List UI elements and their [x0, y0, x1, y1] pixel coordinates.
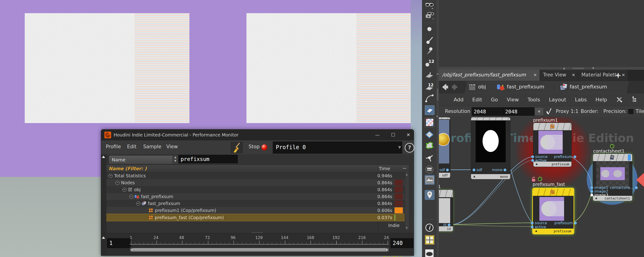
- port-dot[interactable]: [590, 190, 593, 193]
- pm-left-edge-strip[interactable]: [101, 154, 106, 233]
- port-dot[interactable]: [446, 168, 449, 171]
- close-button[interactable]: ✕: [404, 132, 412, 138]
- range-handle-left[interactable]: [130, 248, 133, 252]
- node-title-prefixsum1[interactable]: prefixsum1: [533, 118, 558, 122]
- port-dot[interactable]: [574, 156, 576, 158]
- frame-ruler[interactable]: 1 24 48 72 96 120 144 168 192 216 240: [130, 235, 389, 246]
- locate-pin-tool-active[interactable]: [425, 190, 434, 200]
- info-icon[interactable]: i: [425, 223, 434, 232]
- minimize-button[interactable]: —: [374, 132, 381, 138]
- pm-title-bar[interactable]: Houdini Indie Limited-Commercial - Perfo…: [101, 130, 414, 140]
- particle-tool-icon[interactable]: [425, 153, 434, 162]
- layout-grid-active[interactable]: [425, 235, 434, 245]
- point-tool-icon[interactable]: [425, 25, 434, 34]
- checker-background-icon[interactable]: [425, 118, 434, 127]
- table-row[interactable]: − obj 0.864s: [106, 186, 405, 193]
- menu-view[interactable]: View: [507, 97, 519, 102]
- port-dot[interactable]: [574, 222, 577, 224]
- pin-tool-icon[interactable]: [425, 46, 434, 56]
- table-row-selected[interactable]: prefixsum_fast (Cop/prefixsum) 0.037s: [106, 214, 405, 221]
- record-indicator[interactable]: [262, 144, 267, 150]
- node-title-contactsheet1[interactable]: contactsheet1: [593, 148, 624, 154]
- network-editor[interactable]: Profile 0: Time Indie Edition sdf sdf ▲ …: [439, 117, 644, 257]
- port-dot[interactable]: [590, 194, 593, 196]
- playbar-edge-strip[interactable]: [101, 233, 106, 256]
- forward-arrow-icon[interactable]: [450, 83, 459, 92]
- visibility-icon[interactable]: [425, 249, 434, 257]
- node-title-prefixsum-fast[interactable]: prefixsum_fast: [533, 182, 565, 187]
- point-count-icon[interactable]: 12: [425, 58, 434, 68]
- menu-add[interactable]: Add: [454, 97, 464, 102]
- diamond-plane-icon[interactable]: [425, 130, 434, 139]
- table-row[interactable]: − fast_prefixsum 0.864s: [106, 193, 405, 200]
- port-sdf-out[interactable]: sdf: [439, 168, 449, 172]
- distort-tool-icon[interactable]: [425, 141, 434, 150]
- menu-edit[interactable]: Edit: [472, 97, 482, 102]
- empty-pane[interactable]: [439, 0, 644, 67]
- curve-handle-icon[interactable]: [425, 94, 434, 103]
- port-dot[interactable]: [472, 168, 476, 171]
- menu-layout[interactable]: Layout: [549, 97, 566, 102]
- plane-count-icon[interactable]: 12: [425, 82, 434, 91]
- maximize-button[interactable]: ☐: [389, 132, 397, 138]
- add-tab-button[interactable]: +: [615, 71, 622, 80]
- tab-network-path[interactable]: /obj/fast_prefixsum/fast_prefixsum ✕: [439, 70, 540, 81]
- menu-sample[interactable]: Sample: [143, 144, 162, 150]
- tab-tree-view[interactable]: Tree View ✕: [540, 70, 578, 81]
- collapse-toggle[interactable]: −: [122, 188, 126, 192]
- proxy-label[interactable]: Proxy 1:1: [556, 108, 578, 114]
- port-dot[interactable]: [504, 168, 506, 171]
- render-view-icon[interactable]: [425, 11, 434, 20]
- menu-view[interactable]: View: [166, 144, 178, 150]
- port-contactsheet-out[interactable]: contactshe…: [610, 186, 638, 190]
- close-icon[interactable]: ✕: [622, 72, 625, 77]
- view-mode-icon[interactable]: [425, 1, 434, 10]
- precision-label[interactable]: Precision:: [603, 108, 627, 114]
- port-dot[interactable]: [448, 224, 450, 226]
- breadcrumb-label[interactable]: fast_prefixsum: [570, 84, 607, 90]
- menu-profile[interactable]: Profile: [106, 144, 121, 150]
- table-row[interactable]: − fast_prefixsum 0.864s: [106, 200, 405, 207]
- tile-label[interactable]: Tile V: [636, 108, 644, 114]
- quad-plane-tool-active[interactable]: [425, 105, 434, 115]
- port-mono-out[interactable]: mono: [492, 168, 506, 172]
- menu-labs[interactable]: Labs: [575, 97, 587, 102]
- tree-scrollbar[interactable]: ▲ ▼: [405, 172, 409, 230]
- port-prefixsum-out[interactable]: prefixsum: [554, 154, 576, 159]
- profile-select[interactable]: Profile 0 ▼: [273, 142, 402, 154]
- close-icon[interactable]: ✕: [572, 72, 575, 77]
- collapse-toggle[interactable]: −: [129, 195, 133, 198]
- port-active-in[interactable]: active: [531, 225, 546, 229]
- table-row[interactable]: − Nodes 0.864s: [106, 179, 405, 186]
- menu-help[interactable]: Help: [596, 97, 607, 102]
- menu-edit[interactable]: Edit: [127, 144, 136, 150]
- filter-field-select[interactable]: Name: [109, 156, 173, 164]
- port-dot[interactable]: [531, 156, 534, 158]
- start-frame-input[interactable]: [107, 238, 131, 248]
- table-row[interactable]: − Total Statistics 0.946s: [106, 172, 405, 179]
- filter-field-spinner[interactable]: ▲▼: [173, 156, 178, 164]
- hierarchy-icon[interactable]: [632, 96, 638, 103]
- port-active-in[interactable]: active: [531, 158, 546, 162]
- end-frame-input[interactable]: [390, 238, 413, 248]
- image-view-tool-active[interactable]: [425, 175, 434, 185]
- clear-profiles-button[interactable]: [230, 141, 244, 154]
- range-handle-right[interactable]: [386, 248, 388, 252]
- close-icon[interactable]: ✕: [533, 72, 537, 77]
- port-dot[interactable]: [531, 159, 534, 162]
- resolution-y-input[interactable]: [503, 107, 535, 116]
- tile-checkbox[interactable]: [628, 108, 634, 114]
- port-dot[interactable]: [531, 226, 534, 228]
- range-scrollbar[interactable]: [130, 248, 389, 252]
- port-dot[interactable]: [531, 222, 534, 224]
- stop-label[interactable]: Stop: [248, 144, 260, 150]
- tree-header-row[interactable]: Name (Filter: ) Time −: [106, 165, 409, 172]
- apply-checkmark-icon[interactable]: [545, 108, 552, 115]
- collapse-toggle[interactable]: −: [136, 202, 140, 206]
- collapse-toggle[interactable]: −: [116, 181, 120, 185]
- port-id-out[interactable]: id: [443, 222, 450, 227]
- tools-wrench-icon[interactable]: [616, 96, 623, 103]
- breadcrumb-label[interactable]: obj: [478, 84, 486, 90]
- node-title-id[interactable]: 1: [439, 184, 441, 189]
- range-bar[interactable]: [133, 248, 386, 252]
